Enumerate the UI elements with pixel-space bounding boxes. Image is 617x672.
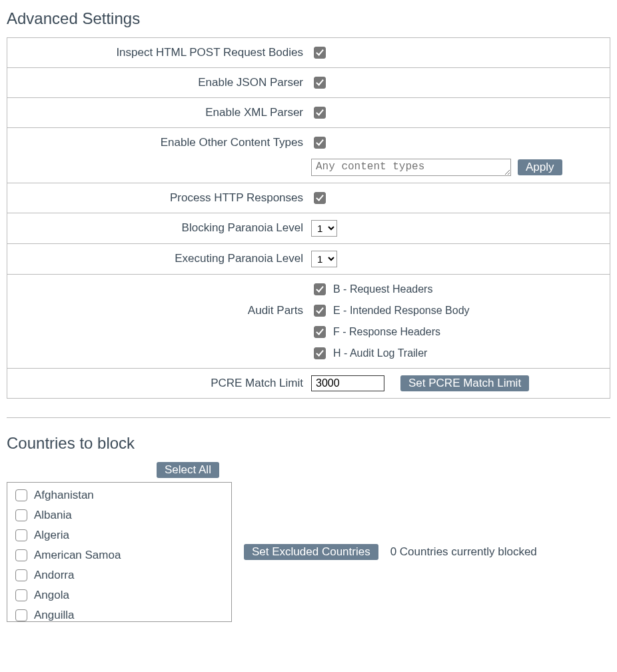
list-item: Algeria	[13, 525, 226, 545]
inspect-html-checkbox[interactable]	[314, 47, 326, 59]
audit-e-label: E - Intended Response Body	[333, 305, 470, 317]
http-responses-label: Process HTTP Responses	[13, 190, 311, 205]
list-item: Albania	[13, 505, 226, 525]
country-checkbox[interactable]	[15, 589, 27, 601]
executing-paranoia-select[interactable]: 1	[311, 251, 337, 267]
pcre-limit-button[interactable]: Set PCRE Match Limit	[400, 375, 529, 391]
advanced-settings-panel: Inspect HTML POST Request Bodies Enable …	[7, 37, 610, 399]
pcre-limit-label: PCRE Match Limit	[13, 375, 311, 390]
country-list[interactable]: Afghanistan Albania Algeria American Sam…	[7, 482, 232, 622]
list-item: Andorra	[13, 565, 226, 585]
select-all-countries-button[interactable]: Select All	[157, 462, 219, 478]
audit-b-checkbox[interactable]	[314, 283, 326, 295]
audit-b-label: B - Request Headers	[333, 283, 432, 295]
pcre-limit-input[interactable]	[311, 375, 384, 391]
country-checkbox[interactable]	[15, 549, 27, 561]
blocking-paranoia-label: Blocking Paranoia Level	[13, 220, 311, 235]
list-item: Anguilla	[13, 605, 226, 622]
other-content-types-checkbox[interactable]	[314, 137, 326, 149]
json-parser-label: Enable JSON Parser	[13, 75, 311, 89]
countries-blocked-status: 0 Countries currently blocked	[390, 545, 537, 559]
section-divider	[7, 417, 610, 418]
audit-e-checkbox[interactable]	[314, 305, 326, 317]
audit-f-checkbox[interactable]	[314, 326, 326, 338]
list-item: Afghanistan	[13, 485, 226, 505]
advanced-settings-title: Advanced Settings	[7, 9, 610, 28]
http-responses-checkbox[interactable]	[314, 192, 326, 204]
xml-parser-checkbox[interactable]	[314, 107, 326, 119]
json-parser-checkbox[interactable]	[314, 77, 326, 89]
xml-parser-label: Enable XML Parser	[13, 105, 311, 119]
country-checkbox[interactable]	[15, 489, 27, 501]
blocking-paranoia-select[interactable]: 1	[311, 220, 337, 237]
audit-h-checkbox[interactable]	[314, 347, 326, 359]
list-item: American Samoa	[13, 545, 226, 565]
country-checkbox[interactable]	[15, 569, 27, 581]
inspect-html-label: Inspect HTML POST Request Bodies	[13, 45, 311, 59]
other-content-types-label: Enable Other Content Types	[13, 135, 311, 151]
apply-content-types-button[interactable]: Apply	[518, 159, 562, 175]
country-checkbox[interactable]	[15, 609, 27, 621]
country-checkbox[interactable]	[15, 509, 27, 521]
country-checkbox[interactable]	[15, 529, 27, 541]
list-item: Angola	[13, 585, 226, 605]
countries-title: Countries to block	[7, 434, 610, 453]
executing-paranoia-label: Executing Paranoia Level	[13, 251, 311, 265]
content-types-input[interactable]	[311, 159, 511, 176]
audit-f-label: F - Response Headers	[333, 326, 440, 338]
set-excluded-countries-button[interactable]: Set Excluded Countries	[244, 544, 378, 560]
audit-h-label: H - Audit Log Trailer	[333, 347, 427, 359]
audit-parts-label: Audit Parts	[13, 281, 311, 317]
